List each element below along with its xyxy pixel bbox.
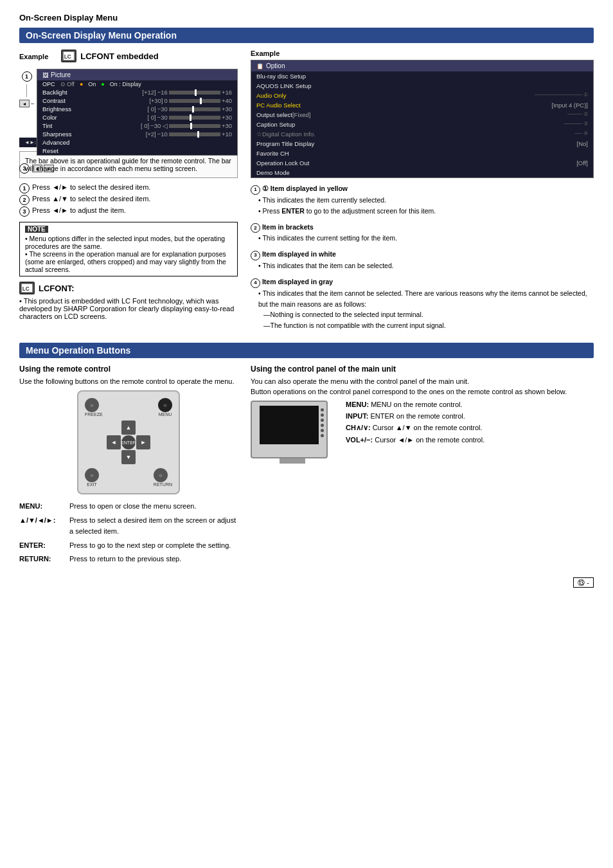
enter-btn-label: ENTER: [19,540,64,552]
freeze-btn: ○ [85,398,99,412]
tv-buttons [321,408,324,437]
mob-left-title: Using the remote control [19,365,238,374]
lcfont-header: LC LCFONT embedded [61,50,158,62]
page-title: On-Screen Display Menu [19,13,594,23]
menu-btn: ○ [158,398,172,412]
option-menu-screenshot: 📋 Option Blu-ray disc Setup AQUOS LINK S… [251,60,594,178]
note-box: NOTE • Menu options differ in the select… [19,222,238,276]
mob-left: Using the remote control Use the followi… [19,365,238,568]
steps-section: 1 Press ◄/► to select the desired item. … [19,183,238,217]
lcfont-section: LC LCFONT: • This product is embedded wi… [19,282,238,320]
left-panel: Example LC LCFONT embedded 1 ◄ – [19,50,238,336]
section1-header: On-Screen Display Menu Operation [19,28,594,43]
mob-left-desc: Use the following buttons on the remote … [19,377,238,385]
svg-text:LC: LC [22,286,30,292]
remote-diagram: ○ FREEZE ○ MENU ▲ ◄ ENTER ► ▼ [77,390,180,494]
tv-diagram [251,401,328,458]
nav-btn-label: ▲/▼/◄/►: [19,515,64,538]
mob-right: Using the control panel of the main unit… [251,365,594,568]
step1-circle: 1 [22,71,32,82]
right-panel-inner: MENU: MENU on the remote control. INPUT:… [251,401,594,464]
enter-btn-desc: Press to go to the next step or complete… [69,540,238,552]
page-number: ⑬ - [19,578,594,588]
control-desc: MENU: MENU on the remote control. INPUT:… [346,401,484,464]
mob-right-desc2: Button operations on the control panel c… [251,388,594,395]
picture-menu-screenshot: 🖼 Picture OPC ⊙ Off ● On ● On : Display … [37,69,238,156]
return-btn: ○ [154,468,168,482]
section2-header: Menu Operation Buttons [19,343,594,358]
menu-btn-label: MENU: [19,501,64,512]
lcfont-label: LCFONT embedded [80,51,158,61]
nav-btn-desc: Press to select a desired item on the sc… [69,515,238,538]
menu-btn-desc: Press to open or close the menu screen. [69,501,238,512]
tv-screen [260,406,319,444]
right-panel: Example 📋 Option Blu-ray disc Setup AQUO… [251,50,594,336]
mob-section: Using the remote control Use the followi… [19,365,594,568]
svg-text:LC: LC [64,54,71,60]
tv-stand [280,458,305,464]
return-btn-desc: Press to return to the previous step. [69,554,238,565]
left-example-label: Example [19,53,48,60]
lc-icon: LC [61,50,76,62]
right-annotations: 1 ① Item displayed in yellow This indica… [251,183,594,331]
exit-btn: ○ [85,468,99,482]
mob-right-title: Using the control panel of the main unit [251,365,594,374]
return-btn-label: RETURN: [19,554,64,565]
mob-right-desc1: You can also operate the menu with the c… [251,377,594,385]
button-table: MENU: Press to open or close the menu sc… [19,501,238,565]
nav-cross: ▲ ◄ ENTER ► ▼ [107,420,150,464]
